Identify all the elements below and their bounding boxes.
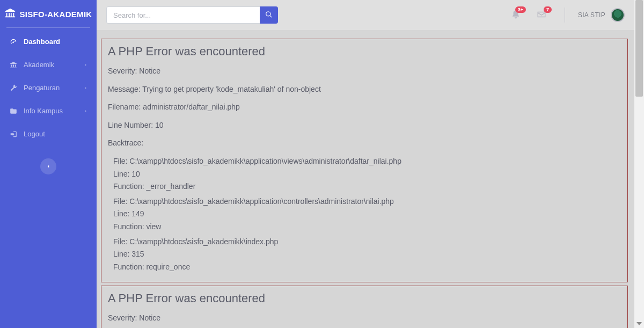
scroll-down-icon [636,322,642,325]
backtrace-file: File: C:\xampp\htdocs\sisfo_akademikk\ap… [113,156,621,167]
alerts-button[interactable]: 3+ [511,10,521,21]
backtrace-func: Function: require_once [113,262,621,273]
chevron-right-icon [84,61,88,69]
envelope-icon [537,12,546,21]
scrollbar-thumb[interactable] [635,0,643,97]
error-filename: Filename: administrator/daftar_nilai.php [108,102,621,113]
search-input[interactable] [106,6,260,24]
php-error-block: A PHP Error was encounteredSeverity: Not… [101,286,628,328]
main: 3+ 7 SIA STIP A PHP Error was encountere… [97,0,634,328]
tachometer-icon [9,38,18,46]
sidebar-item-label: Akademik [24,61,84,69]
sidebar-collapse-button[interactable] [40,158,56,174]
backtrace-line: Line: 149 [113,209,621,220]
error-severity: Severity: Notice [108,66,621,77]
backtrace-entry: File: C:\xampp\htdocs\sisfo_akademikk\ap… [113,156,621,192]
search [106,6,278,24]
brand[interactable]: SISFO-AKADEMIK [0,0,97,27]
sidebar-item-dashboard[interactable]: Dashboard [0,30,97,53]
backtrace-file: File: C:\xampp\htdocs\sisfo_akademikk\in… [113,237,621,247]
content: A PHP Error was encounteredSeverity: Not… [97,30,634,328]
avatar [611,8,625,22]
error-heading: A PHP Error was encountered [108,291,621,305]
error-severity: Severity: Notice [108,313,621,324]
brand-text: SISFO-AKADEMIK [19,10,92,19]
sidebar-item-pengaturan[interactable]: Pengaturan [0,76,97,99]
backtrace-entry: File: C:\xampp\htdocs\sisfo_akademikk\ap… [113,196,621,232]
topbar: 3+ 7 SIA STIP [97,0,634,30]
bell-icon [511,12,521,21]
chevron-left-icon [46,162,51,171]
php-error-block: A PHP Error was encounteredSeverity: Not… [101,39,628,282]
sidebar-item-label: Dashboard [24,38,88,46]
search-icon [265,11,273,20]
sidebar: SISFO-AKADEMIK Dashboard Akademik Pengat… [0,0,97,328]
divider [565,8,565,23]
sign-out-icon [9,130,18,138]
sidebar-item-akademik[interactable]: Akademik [0,53,97,76]
error-heading: A PHP Error was encountered [108,45,621,59]
messages-badge: 7 [544,6,552,13]
sidebar-item-logout[interactable]: Logout [0,122,97,145]
university-icon [9,61,18,69]
alerts-badge: 3+ [515,6,526,13]
search-button[interactable] [260,6,278,24]
sidebar-item-label: Pengaturan [24,84,84,92]
error-message: Message: Trying to get property 'kode_ma… [108,84,621,95]
chevron-right-icon [84,84,88,92]
backtrace-line: Line: 10 [113,169,621,180]
divider [6,27,90,28]
chevron-right-icon [84,107,88,115]
sidebar-item-label: Info Kampus [24,107,84,115]
wrench-icon [9,84,18,92]
error-line-number: Line Number: 10 [108,120,621,131]
sidebar-item-label: Logout [24,130,88,138]
backtrace-func: Function: _error_handler [113,181,621,192]
backtrace-line: Line: 315 [113,249,621,260]
backtrace-func: Function: view [113,222,621,232]
user-menu[interactable]: SIA STIP [578,8,625,22]
messages-button[interactable]: 7 [537,10,546,21]
bank-icon [4,8,16,21]
backtrace-entry: File: C:\xampp\htdocs\sisfo_akademikk\in… [113,237,621,273]
user-name: SIA STIP [578,11,605,19]
sidebar-item-info-kampus[interactable]: Info Kampus [0,99,97,122]
backtrace-label: Backtrace: [108,138,621,149]
vertical-scrollbar[interactable] [634,0,644,328]
folder-icon [9,107,18,115]
backtrace-file: File: C:\xampp\htdocs\sisfo_akademikk\ap… [113,196,621,207]
